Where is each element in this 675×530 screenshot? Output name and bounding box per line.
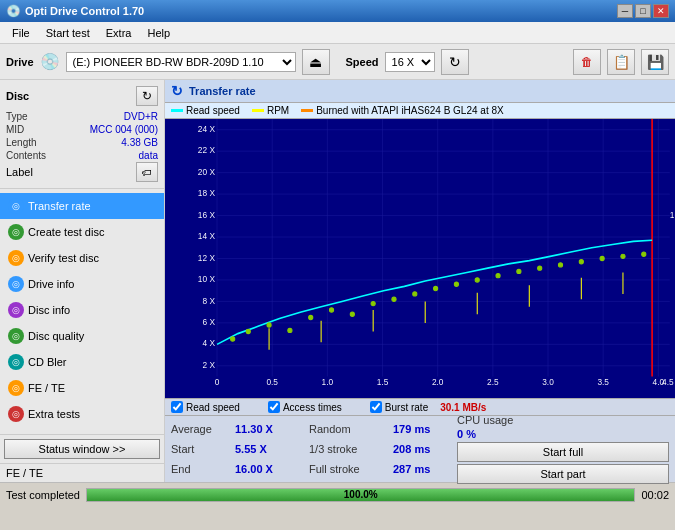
random-label: Random bbox=[309, 423, 389, 435]
eject-button[interactable]: ⏏ bbox=[302, 49, 330, 75]
nav-disc-info[interactable]: ◎ Disc info bbox=[0, 297, 164, 323]
cd-bler-icon: ◎ bbox=[8, 354, 24, 370]
menu-file[interactable]: File bbox=[4, 25, 38, 41]
length-key: Length bbox=[6, 137, 37, 148]
menu-help[interactable]: Help bbox=[139, 25, 178, 41]
svg-text:2.5: 2.5 bbox=[487, 377, 499, 387]
svg-text:0.5: 0.5 bbox=[266, 377, 278, 387]
svg-point-42 bbox=[621, 254, 625, 258]
nav-drive-info[interactable]: ◎ Drive info bbox=[0, 271, 164, 297]
create-test-disc-icon: ◎ bbox=[8, 224, 24, 240]
close-button[interactable]: ✕ bbox=[653, 4, 669, 18]
app-title: Opti Drive Control 1.70 bbox=[25, 5, 144, 17]
svg-point-28 bbox=[329, 308, 333, 312]
nav-create-test-disc[interactable]: ◎ Create test disc bbox=[0, 219, 164, 245]
fe-te-icon: ◎ bbox=[8, 380, 24, 396]
status-window-button[interactable]: Status window >> bbox=[4, 439, 160, 459]
nav-drive-info-label: Drive info bbox=[28, 278, 74, 290]
chart-refresh-icon: ↻ bbox=[171, 83, 183, 99]
end-val: 16.00 X bbox=[235, 463, 305, 475]
svg-point-26 bbox=[288, 328, 292, 332]
svg-text:4 X: 4 X bbox=[202, 338, 215, 348]
verify-test-disc-icon: ◎ bbox=[8, 250, 24, 266]
svg-point-24 bbox=[246, 329, 250, 333]
svg-point-30 bbox=[371, 301, 375, 305]
access-times-checkbox[interactable] bbox=[268, 401, 280, 413]
nav-extra-tests[interactable]: ◎ Extra tests bbox=[0, 401, 164, 427]
save-button[interactable]: 💾 bbox=[641, 49, 669, 75]
nav-items: ◎ Transfer rate ◎ Create test disc ◎ Ver… bbox=[0, 189, 164, 434]
access-times-check: Access times bbox=[268, 401, 342, 413]
avg-label: Average bbox=[171, 423, 231, 435]
contents-val: data bbox=[139, 150, 158, 161]
nav-disc-quality[interactable]: ◎ Disc quality bbox=[0, 323, 164, 349]
svg-point-36 bbox=[496, 274, 500, 278]
burst-rate-checkbox[interactable] bbox=[370, 401, 382, 413]
read-speed-checkbox[interactable] bbox=[171, 401, 183, 413]
svg-text:3.5: 3.5 bbox=[597, 377, 609, 387]
content-area: ↻ Transfer rate Read speed RPM Burned wi… bbox=[165, 80, 675, 482]
svg-text:12 X: 12 X bbox=[198, 253, 215, 263]
svg-text:3.0: 3.0 bbox=[542, 377, 554, 387]
start-full-button[interactable]: Start full bbox=[457, 442, 669, 462]
start-part-button[interactable]: Start part bbox=[457, 464, 669, 484]
title-bar: 💿 Opti Drive Control 1.70 ─ □ ✕ bbox=[0, 0, 675, 22]
refresh-button[interactable]: ↻ bbox=[441, 49, 469, 75]
mid-val: MCC 004 (000) bbox=[90, 124, 158, 135]
svg-point-34 bbox=[454, 282, 458, 286]
disc-label: Disc bbox=[6, 90, 29, 102]
erase-button[interactable]: 🗑 bbox=[573, 49, 601, 75]
burst-rate-check-label: Burst rate bbox=[385, 402, 428, 413]
disc-refresh-button[interactable]: ↻ bbox=[136, 86, 158, 106]
progress-text: 100.0% bbox=[87, 489, 634, 501]
speed-select[interactable]: 1 X2 X4 X6 X8 X12 X16 X bbox=[385, 52, 435, 72]
disc-info-icon: ◎ bbox=[8, 302, 24, 318]
nav-verify-label: Verify test disc bbox=[28, 252, 99, 264]
stats-row: Read speed Access times Burst rate 30.1 … bbox=[165, 398, 675, 415]
main-area: Disc ↻ Type DVD+R MID MCC 004 (000) Leng… bbox=[0, 80, 675, 482]
disc-info-panel: Disc ↻ Type DVD+R MID MCC 004 (000) Leng… bbox=[0, 80, 164, 189]
nav-verify-test-disc[interactable]: ◎ Verify test disc bbox=[0, 245, 164, 271]
disc-quality-icon: ◎ bbox=[8, 328, 24, 344]
label-button[interactable]: 🏷 bbox=[136, 162, 158, 182]
nav-fe-te[interactable]: ◎ FE / TE bbox=[0, 375, 164, 401]
svg-text:8 X: 8 X bbox=[202, 295, 215, 305]
progress-bar-container: 100.0% bbox=[86, 488, 635, 502]
fe-te-sidebar: FE / TE bbox=[0, 463, 164, 482]
mid-key: MID bbox=[6, 124, 24, 135]
svg-text:0: 0 bbox=[215, 377, 220, 387]
svg-point-38 bbox=[538, 266, 542, 270]
burst-rate-check: Burst rate bbox=[370, 401, 428, 413]
drive-bar: Drive 💿 (E:) PIONEER BD-RW BDR-209D 1.10… bbox=[0, 44, 675, 80]
menu-start-test[interactable]: Start test bbox=[38, 25, 98, 41]
maximize-button[interactable]: □ bbox=[635, 4, 651, 18]
copy-button[interactable]: 📋 bbox=[607, 49, 635, 75]
nav-transfer-rate[interactable]: ◎ Transfer rate bbox=[0, 193, 164, 219]
svg-text:14 X: 14 X bbox=[198, 231, 215, 241]
nav-fe-te-label: FE / TE bbox=[28, 382, 65, 394]
nav-transfer-rate-label: Transfer rate bbox=[28, 200, 91, 212]
access-times-check-label: Access times bbox=[283, 402, 342, 413]
minimize-button[interactable]: ─ bbox=[617, 4, 633, 18]
svg-point-39 bbox=[558, 263, 562, 267]
svg-text:24 X: 24 X bbox=[198, 124, 215, 134]
svg-text:6 X: 6 X bbox=[202, 317, 215, 327]
drive-info-icon: ◎ bbox=[8, 276, 24, 292]
stats-table: Average 11.30 X Random 179 ms CPU usage … bbox=[165, 415, 675, 482]
svg-point-35 bbox=[475, 278, 479, 282]
sidebar: Disc ↻ Type DVD+R MID MCC 004 (000) Leng… bbox=[0, 80, 165, 482]
svg-text:1.5: 1.5 bbox=[377, 377, 389, 387]
speed-label: Speed bbox=[346, 56, 379, 68]
legend-burned-label: Burned with ATAPI iHAS624 B GL24 at 8X bbox=[316, 105, 504, 116]
nav-cd-bler[interactable]: ◎ CD Bler bbox=[0, 349, 164, 375]
length-val: 4.38 GB bbox=[121, 137, 158, 148]
drive-select[interactable]: (E:) PIONEER BD-RW BDR-209D 1.10 bbox=[66, 52, 296, 72]
svg-text:2 X: 2 X bbox=[202, 360, 215, 370]
svg-text:22 X: 22 X bbox=[198, 145, 215, 155]
legend-rpm: RPM bbox=[252, 105, 289, 116]
nav-create-label: Create test disc bbox=[28, 226, 104, 238]
svg-text:2.0: 2.0 bbox=[432, 377, 444, 387]
nav-disc-info-label: Disc info bbox=[28, 304, 70, 316]
menu-extra[interactable]: Extra bbox=[98, 25, 140, 41]
svg-point-43 bbox=[642, 252, 646, 256]
